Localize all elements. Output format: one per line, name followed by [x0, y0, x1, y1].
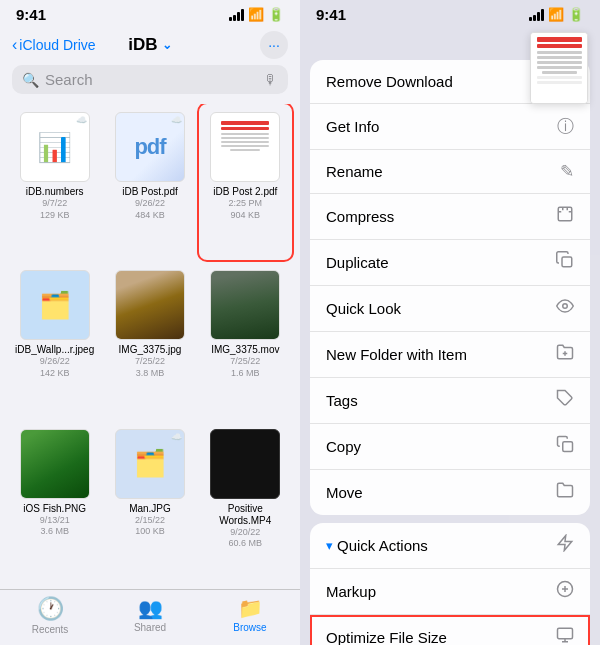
- optimize-icon: [556, 626, 574, 645]
- menu-section-quick-actions: ▾ Quick Actions Markup: [310, 523, 590, 645]
- file-thumbnail: [20, 429, 90, 499]
- back-button[interactable]: ‹ iCloud Drive: [12, 36, 96, 54]
- menu-item-compress[interactable]: Compress: [310, 194, 590, 240]
- file-thumbnail: [115, 270, 185, 340]
- folder-badge-icon: [556, 343, 574, 366]
- menu-item-label: New Folder with Item: [326, 346, 467, 363]
- file-name: IMG_3375.mov: [211, 344, 279, 356]
- file-thumbnail: [210, 270, 280, 340]
- preview-thumbnail: [530, 32, 588, 104]
- file-meta: 2/15/22100 KB: [135, 515, 165, 538]
- copy-icon: [556, 435, 574, 458]
- file-thumbnail: ☁️ 🗂️: [115, 429, 185, 499]
- menu-item-label: Remove Download: [326, 73, 453, 90]
- search-input[interactable]: Search: [45, 71, 258, 88]
- back-chevron-icon: ‹: [12, 36, 17, 54]
- compress-icon: [556, 205, 574, 228]
- svg-rect-11: [558, 628, 573, 639]
- shared-icon: 👥: [138, 596, 163, 620]
- menu-item-duplicate[interactable]: Duplicate: [310, 240, 590, 286]
- file-meta: 9/13/213.6 MB: [40, 515, 70, 538]
- signal-icon: [229, 9, 244, 21]
- list-item[interactable]: IMG_3375.mov 7/25/221.6 MB: [199, 262, 292, 418]
- status-icons-right: 📶 🔋: [529, 7, 584, 22]
- browse-icon: 📁: [238, 596, 263, 620]
- search-icon: 🔍: [22, 72, 39, 88]
- folder-move-icon: [556, 481, 574, 504]
- file-meta: 7/25/221.6 MB: [230, 356, 260, 379]
- eye-icon: [556, 297, 574, 320]
- menu-item-copy[interactable]: Copy: [310, 424, 590, 470]
- menu-item-label: Quick Look: [326, 300, 401, 317]
- svg-marker-7: [558, 536, 572, 551]
- file-name: iDB_Wallp...r.jpeg: [15, 344, 94, 356]
- tag-icon: [556, 389, 574, 412]
- menu-item-label: Move: [326, 484, 363, 501]
- list-item[interactable]: Positive Words.MP4 9/20/2260.6 MB: [199, 421, 292, 589]
- list-item[interactable]: ☁️ pdf iDB Post.pdf 9/26/22484 KB: [103, 104, 196, 260]
- context-menu: Remove Download ⊗ Get Info ⓘ Rename ✎ Co…: [310, 60, 590, 645]
- file-meta: 9/26/22142 KB: [40, 356, 70, 379]
- file-meta: 9/20/2260.6 MB: [229, 527, 263, 550]
- menu-item-move[interactable]: Move: [310, 470, 590, 515]
- svg-rect-0: [558, 207, 572, 221]
- time-right: 9:41: [316, 6, 346, 23]
- mic-icon[interactable]: 🎙: [264, 72, 278, 88]
- pencil-icon: ✎: [560, 161, 574, 182]
- tab-shared[interactable]: 👥 Shared: [100, 596, 200, 635]
- nav-title-text: iDB: [128, 35, 157, 55]
- recents-icon: 🕐: [37, 596, 64, 622]
- menu-item-get-info[interactable]: Get Info ⓘ: [310, 104, 590, 150]
- list-item[interactable]: ☁️ 🗂️ Man.JPG 2/15/22100 KB: [103, 421, 196, 589]
- menu-item-optimize[interactable]: Optimize File Size: [310, 615, 590, 645]
- menu-item-label: Tags: [326, 392, 358, 409]
- tab-browse[interactable]: 📁 Browse: [200, 596, 300, 635]
- file-name: iDB.numbers: [26, 186, 84, 198]
- battery-icon-right: 🔋: [568, 7, 584, 22]
- file-meta: 2:25 PM904 KB: [229, 198, 263, 221]
- menu-item-tags[interactable]: Tags: [310, 378, 590, 424]
- menu-item-label: Compress: [326, 208, 394, 225]
- menu-item-label: Rename: [326, 163, 383, 180]
- back-label[interactable]: iCloud Drive: [19, 37, 95, 53]
- file-meta: 7/25/223.8 MB: [135, 356, 165, 379]
- list-item[interactable]: ☁️ 📊 iDB.numbers 9/7/22129 KB: [8, 104, 101, 260]
- icloud-badge: ☁️: [76, 115, 87, 125]
- icloud-badge: ☁️: [171, 432, 182, 442]
- menu-item-rename[interactable]: Rename ✎: [310, 150, 590, 194]
- menu-item-label: Duplicate: [326, 254, 389, 271]
- file-name: iOS Fish.PNG: [23, 503, 86, 515]
- search-bar[interactable]: 🔍 Search 🎙: [12, 65, 288, 94]
- status-bar-right: 9:41 📶 🔋: [300, 0, 600, 27]
- menu-item-label: Get Info: [326, 118, 379, 135]
- menu-item-label: Markup: [326, 583, 376, 600]
- duplicate-icon: [556, 251, 574, 274]
- quick-actions-header[interactable]: ▾ Quick Actions: [310, 523, 590, 569]
- nav-chevron-icon[interactable]: ⌄: [162, 38, 172, 52]
- file-meta: 9/7/22129 KB: [40, 198, 70, 221]
- list-item[interactable]: iOS Fish.PNG 9/13/213.6 MB: [8, 421, 101, 589]
- tab-shared-label: Shared: [134, 622, 166, 633]
- icloud-badge: ☁️: [171, 115, 182, 125]
- menu-item-markup[interactable]: Markup: [310, 569, 590, 615]
- files-grid: ☁️ 📊 iDB.numbers 9/7/22129 KB ☁️ pdf iDB…: [0, 104, 300, 589]
- file-thumbnail: [210, 112, 280, 182]
- tab-browse-label: Browse: [233, 622, 266, 633]
- menu-item-new-folder[interactable]: New Folder with Item: [310, 332, 590, 378]
- list-item[interactable]: 🗂️ iDB_Wallp...r.jpeg 9/26/22142 KB: [8, 262, 101, 418]
- qa-chevron-icon: ▾: [326, 538, 333, 553]
- file-name: IMG_3375.jpg: [119, 344, 182, 356]
- list-item[interactable]: iDB Post 2.pdf 2:25 PM904 KB: [199, 104, 292, 260]
- tab-recents[interactable]: 🕐 Recents: [0, 596, 100, 635]
- right-panel: 9:41 📶 🔋: [300, 0, 600, 645]
- markup-icon: [556, 580, 574, 603]
- file-thumbnail: ☁️ pdf: [115, 112, 185, 182]
- menu-item-quick-look[interactable]: Quick Look: [310, 286, 590, 332]
- left-panel: 9:41 📶 🔋 ‹ iCloud Drive iDB ⌄ ··· 🔍 S: [0, 0, 300, 645]
- list-item[interactable]: IMG_3375.jpg 7/25/223.8 MB: [103, 262, 196, 418]
- more-button[interactable]: ···: [260, 31, 288, 59]
- wifi-icon-right: 📶: [548, 7, 564, 22]
- menu-section-main: Remove Download ⊗ Get Info ⓘ Rename ✎ Co…: [310, 60, 590, 515]
- svg-rect-6: [563, 442, 573, 452]
- file-meta: 9/26/22484 KB: [135, 198, 165, 221]
